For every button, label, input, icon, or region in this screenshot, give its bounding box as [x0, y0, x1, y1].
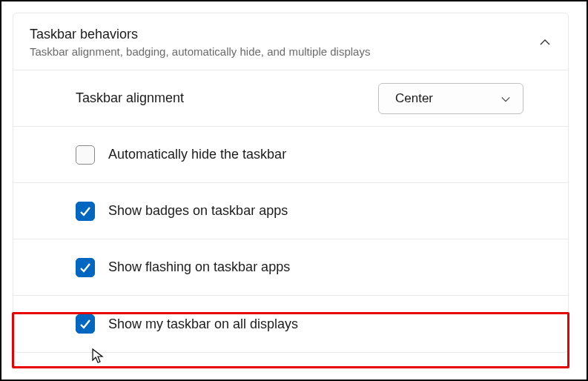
panel-title: Taskbar behaviors	[30, 27, 538, 42]
auto-hide-checkbox[interactable]	[76, 145, 95, 165]
taskbar-behaviors-header[interactable]: Taskbar behaviors Taskbar alignment, bad…	[13, 13, 568, 70]
chevron-down-icon	[501, 93, 511, 104]
show-badges-label: Show badges on taskbar apps	[108, 203, 288, 219]
taskbar-behaviors-panel: Taskbar behaviors Taskbar alignment, bad…	[13, 13, 569, 353]
panel-subtitle: Taskbar alignment, badging, automaticall…	[30, 45, 538, 58]
show-flashing-checkbox[interactable]	[76, 258, 95, 277]
taskbar-alignment-row: Taskbar alignment Center	[13, 70, 568, 127]
taskbar-alignment-select[interactable]: Center	[378, 83, 523, 114]
auto-hide-row: Automatically hide the taskbar	[13, 127, 568, 183]
show-flashing-label: Show flashing on taskbar apps	[108, 259, 290, 275]
show-all-displays-label: Show my taskbar on all displays	[108, 317, 298, 332]
show-badges-checkbox[interactable]	[76, 202, 95, 221]
taskbar-alignment-value: Center	[395, 91, 433, 106]
show-badges-row: Show badges on taskbar apps	[13, 183, 568, 239]
show-all-displays-checkbox[interactable]	[76, 314, 95, 334]
show-flashing-row: Show flashing on taskbar apps	[13, 239, 568, 296]
show-all-displays-row: Show my taskbar on all displays	[13, 296, 568, 352]
taskbar-alignment-label: Taskbar alignment	[76, 90, 184, 106]
chevron-up-icon	[538, 36, 552, 49]
auto-hide-label: Automatically hide the taskbar	[108, 147, 286, 162]
